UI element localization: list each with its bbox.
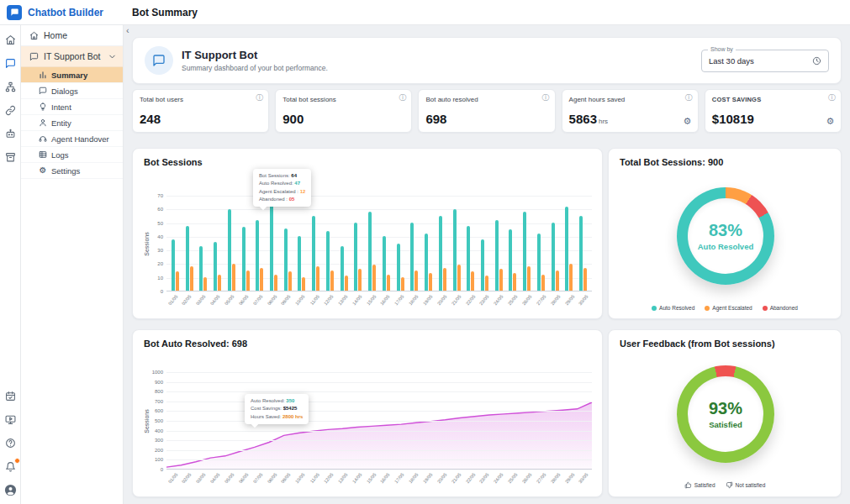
bar-group-29/05[interactable] [562, 196, 577, 291]
stat-settings-icon[interactable]: ⚙ [826, 117, 835, 126]
y-tick-label: 500 [155, 418, 163, 423]
sidebar-item-entity[interactable]: Entity [21, 115, 123, 131]
rail-help-button[interactable] [4, 437, 17, 449]
sidebar-item-label: Logs [51, 150, 69, 160]
y-tick-label: 60 [157, 207, 163, 212]
bar [565, 207, 568, 291]
sidebar-item-intent[interactable]: Intent [21, 99, 123, 115]
bar [199, 246, 203, 291]
rail-calendar-button[interactable] [4, 390, 17, 402]
sidebar-item-summary[interactable]: Summary [21, 67, 123, 83]
bar-group-24/05[interactable] [492, 196, 506, 291]
x-tick-label: 23/05 [478, 294, 489, 306]
x-tick-label: 05/05 [224, 472, 235, 484]
bar-group-02/05[interactable] [182, 196, 197, 291]
rail-sitemap-button[interactable] [4, 81, 17, 93]
x-tick: 09/05 [280, 470, 294, 491]
sidebar-item-bot[interactable]: IT Support Bot [21, 46, 123, 67]
bar-group-27/05[interactable] [534, 196, 548, 291]
y-tick-label: 20 [157, 261, 163, 266]
sidebar-item-dialogs[interactable]: Dialogs [21, 83, 123, 99]
stat-value: 248 [140, 112, 161, 126]
gridline [166, 440, 592, 441]
info-icon[interactable]: ⓘ [685, 94, 693, 102]
bar-group-30/05[interactable] [576, 196, 590, 291]
bar [354, 223, 357, 291]
total-sessions-donut-card: Total Bot Sessions: 900 83% Auto Resolve… [608, 148, 842, 319]
app-logo[interactable] [7, 5, 22, 20]
x-tick: 12/05 [322, 470, 336, 491]
rail-avatar-button[interactable] [4, 484, 17, 496]
bar-group-28/05[interactable] [548, 196, 562, 291]
show-by-dropdown[interactable]: Show by Last 30 days [701, 50, 829, 72]
bar-group-18/05[interactable] [407, 196, 421, 291]
tooltip-line: Agent Escalated : 12 [259, 188, 305, 196]
x-tick: 06/05 [237, 470, 251, 491]
legend-item-agent-escalated[interactable]: Agent Escalated [705, 305, 752, 311]
x-tick: 25/05 [507, 470, 521, 491]
collapse-sidebar-button[interactable]: ‹ [126, 25, 129, 35]
rail-bell-button[interactable] [4, 460, 17, 473]
bar-group-01/05[interactable] [168, 196, 182, 291]
bar-group-12/05[interactable] [323, 196, 337, 291]
x-tick: 15/05 [365, 470, 379, 491]
bar-group-20/05[interactable] [436, 196, 450, 291]
bar-group-25/05[interactable] [506, 196, 520, 291]
sidebar-item-home[interactable]: Home [21, 25, 123, 46]
bar-group-11/05[interactable] [309, 196, 323, 291]
rail-archive-button[interactable] [4, 151, 17, 164]
bar-group-26/05[interactable] [520, 196, 534, 291]
bar-group-13/05[interactable] [337, 196, 351, 291]
bar-group-19/05[interactable] [421, 196, 436, 291]
legend-item-satisfied[interactable]: Satisfied [684, 481, 715, 489]
x-tick-label: 13/05 [337, 294, 348, 306]
bar-group-16/05[interactable] [379, 196, 393, 291]
bar [218, 275, 221, 291]
bar-group-06/05[interactable] [239, 196, 253, 291]
x-tick: 12/05 [322, 292, 336, 312]
bar [246, 270, 250, 291]
bar-group-04/05[interactable] [210, 196, 224, 291]
bar [172, 239, 175, 291]
legend-item-not-satisfied[interactable]: Not satisfied [726, 481, 766, 489]
bar-group-09/05[interactable] [281, 196, 295, 291]
bar-group-05/05[interactable] [224, 196, 239, 291]
bar-group-07/05[interactable] [252, 196, 267, 291]
thumb-up-icon [684, 481, 692, 489]
rail-monitor-button[interactable] [4, 413, 17, 426]
rail-robot-button[interactable] [4, 128, 17, 140]
legend-item-abandoned[interactable]: Abandoned [763, 305, 798, 311]
sidebar-item-agent-handover[interactable]: Agent Handover [21, 131, 123, 147]
bar-group-22/05[interactable] [463, 196, 478, 291]
x-tick-label: 20/05 [436, 472, 447, 484]
bar-group-23/05[interactable] [478, 196, 492, 291]
rail-link-button[interactable] [4, 104, 17, 117]
x-tick-label: 29/05 [563, 472, 574, 484]
bar-group-17/05[interactable] [393, 196, 408, 291]
bar [457, 265, 461, 291]
info-icon[interactable]: ⓘ [256, 94, 263, 102]
legend-item-auto-resolved[interactable]: Auto Resolved [652, 305, 694, 311]
info-icon[interactable]: ⓘ [828, 94, 836, 102]
bar [274, 275, 277, 291]
bar-group-21/05[interactable] [450, 196, 464, 291]
info-icon[interactable]: ⓘ [399, 94, 406, 102]
bar-group-03/05[interactable] [196, 196, 210, 291]
tooltip-line: Hours Saved: 2800 hrs [251, 413, 303, 421]
sidebar-item-logs[interactable]: Logs [21, 147, 123, 163]
sidebar-item-settings[interactable]: ⚙Settings [21, 163, 123, 179]
rail-chat-button[interactable] [4, 57, 17, 70]
bar-group-15/05[interactable] [365, 196, 379, 291]
sidebar-item-label: IT Support Bot [44, 51, 101, 61]
bar-group-08/05[interactable] [267, 196, 281, 291]
x-tick: 02/05 [181, 470, 195, 491]
rail-home-button[interactable] [4, 34, 17, 46]
area-chart-tooltip: Auto Resolved: 350Cost Savings: $5425Hou… [245, 394, 309, 424]
bar-group-14/05[interactable] [351, 196, 366, 291]
stat-settings-icon[interactable]: ⚙ [683, 117, 692, 126]
info-icon[interactable]: ⓘ [542, 94, 550, 102]
x-tick: 24/05 [493, 292, 507, 312]
x-tick-label: 16/05 [379, 294, 390, 306]
bar [256, 220, 259, 291]
bar-group-10/05[interactable] [295, 196, 309, 291]
